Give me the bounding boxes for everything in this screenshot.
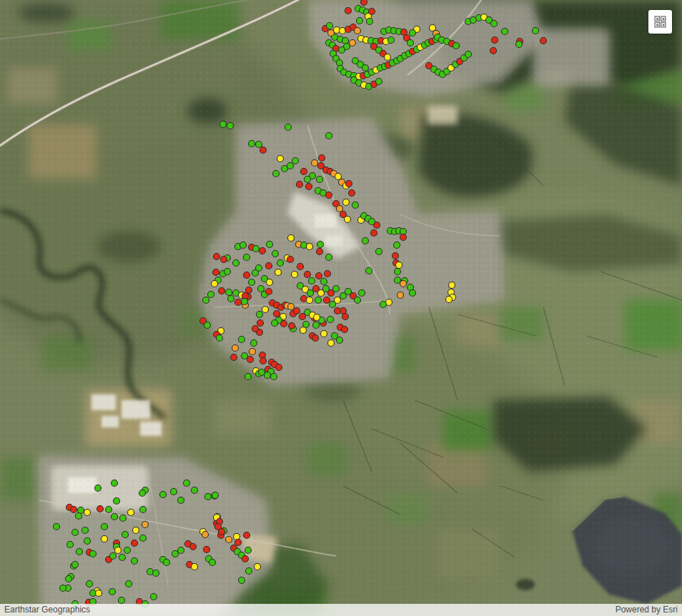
data-point[interactable] xyxy=(366,268,372,274)
data-point[interactable] xyxy=(277,260,284,267)
data-point[interactable] xyxy=(60,585,66,592)
data-point[interactable] xyxy=(316,273,322,279)
data-point[interactable] xyxy=(289,323,295,329)
data-point[interactable] xyxy=(220,121,227,128)
data-point[interactable] xyxy=(249,141,255,147)
data-point[interactable] xyxy=(109,589,116,595)
data-point[interactable] xyxy=(371,230,377,237)
data-point[interactable] xyxy=(349,190,355,197)
data-point[interactable] xyxy=(272,251,279,257)
data-point[interactable] xyxy=(287,163,294,169)
data-point[interactable] xyxy=(122,532,129,538)
data-point[interactable] xyxy=(233,260,239,267)
data-point[interactable] xyxy=(209,560,216,566)
data-point[interactable] xyxy=(540,38,547,44)
data-point[interactable] xyxy=(184,480,190,487)
data-point[interactable] xyxy=(321,331,327,337)
data-point[interactable] xyxy=(395,269,401,275)
data-point[interactable] xyxy=(124,547,131,554)
data-point[interactable] xyxy=(178,547,184,554)
data-point[interactable] xyxy=(160,492,167,498)
data-point[interactable] xyxy=(274,311,280,317)
data-point[interactable] xyxy=(300,314,306,320)
data-point[interactable] xyxy=(533,28,539,34)
data-point[interactable] xyxy=(208,292,214,298)
data-point[interactable] xyxy=(352,202,359,209)
data-point[interactable] xyxy=(277,156,284,162)
data-point[interactable] xyxy=(87,581,93,587)
data-point[interactable] xyxy=(392,253,399,259)
data-point[interactable] xyxy=(350,40,356,46)
data-point[interactable] xyxy=(307,290,314,297)
data-point[interactable] xyxy=(76,513,82,520)
data-point[interactable] xyxy=(204,547,210,553)
data-point[interactable] xyxy=(490,48,497,54)
data-point[interactable] xyxy=(132,558,138,565)
data-point[interactable] xyxy=(287,257,294,263)
data-point[interactable] xyxy=(335,174,342,180)
data-point[interactable] xyxy=(335,308,341,314)
data-point[interactable] xyxy=(90,551,97,557)
data-point[interactable] xyxy=(345,217,351,223)
data-point[interactable] xyxy=(275,269,282,276)
data-point[interactable] xyxy=(305,272,311,278)
data-point[interactable] xyxy=(502,29,508,35)
data-point[interactable] xyxy=(327,23,333,29)
data-point[interactable] xyxy=(214,254,220,260)
data-point[interactable] xyxy=(252,326,259,332)
data-point[interactable] xyxy=(342,314,349,320)
data-point[interactable] xyxy=(256,141,262,148)
data-point[interactable] xyxy=(327,317,334,323)
data-point[interactable] xyxy=(212,492,219,499)
data-point[interactable] xyxy=(359,290,365,297)
data-point[interactable] xyxy=(178,497,184,504)
data-point[interactable] xyxy=(172,551,179,557)
data-point[interactable] xyxy=(272,320,278,327)
data-point[interactable] xyxy=(242,556,249,562)
data-point[interactable] xyxy=(202,532,209,538)
data-point[interactable] xyxy=(213,269,219,276)
data-point[interactable] xyxy=(139,490,146,497)
data-point[interactable] xyxy=(333,286,340,292)
data-point[interactable] xyxy=(192,487,198,494)
data-point[interactable] xyxy=(369,219,375,225)
data-point[interactable] xyxy=(297,182,303,188)
data-point[interactable] xyxy=(235,299,242,306)
data-point[interactable] xyxy=(246,287,252,294)
data-point[interactable] xyxy=(297,264,304,270)
data-point[interactable] xyxy=(239,337,245,343)
data-point[interactable] xyxy=(251,340,257,347)
data-point[interactable] xyxy=(265,372,271,379)
map-viewport[interactable]: Earthstar Geographics Powered by Esri xyxy=(0,0,682,616)
data-point[interactable] xyxy=(84,538,91,545)
data-point[interactable] xyxy=(242,353,248,359)
data-point[interactable] xyxy=(449,282,455,289)
data-point[interactable] xyxy=(367,19,373,25)
data-point[interactable] xyxy=(140,535,147,542)
data-point[interactable] xyxy=(244,272,250,279)
data-point[interactable] xyxy=(312,160,318,167)
data-point[interactable] xyxy=(396,262,402,269)
data-point[interactable] xyxy=(72,530,79,536)
data-point[interactable] xyxy=(453,43,460,49)
data-point[interactable] xyxy=(267,279,273,286)
data-point[interactable] xyxy=(325,271,331,277)
data-point[interactable] xyxy=(324,297,330,304)
data-point[interactable] xyxy=(301,169,307,175)
data-point[interactable] xyxy=(252,270,259,277)
data-point[interactable] xyxy=(317,249,323,255)
data-point[interactable] xyxy=(312,335,319,342)
data-point[interactable] xyxy=(337,337,343,344)
data-point[interactable] xyxy=(271,374,277,380)
data-point[interactable] xyxy=(153,570,159,577)
data-point[interactable] xyxy=(102,536,108,542)
data-point[interactable] xyxy=(71,507,77,513)
data-point[interactable] xyxy=(232,345,239,352)
data-point[interactable] xyxy=(361,0,367,6)
data-point[interactable] xyxy=(120,515,127,522)
data-point[interactable] xyxy=(465,51,472,58)
data-point[interactable] xyxy=(394,242,400,249)
data-point[interactable] xyxy=(106,507,112,513)
data-point[interactable] xyxy=(388,37,395,44)
data-point[interactable] xyxy=(446,297,453,303)
